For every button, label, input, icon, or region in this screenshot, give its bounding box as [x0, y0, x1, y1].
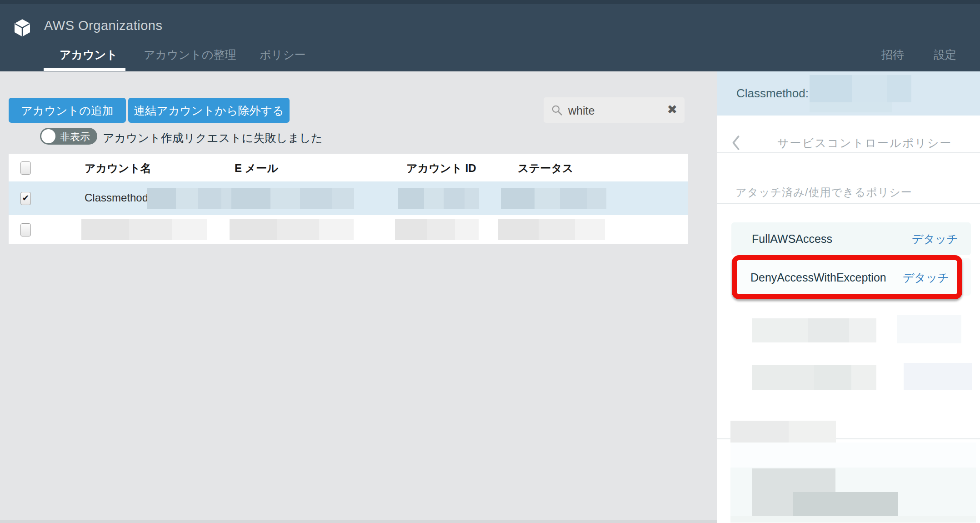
back-button[interactable] [731, 135, 743, 151]
redacted-block [501, 188, 606, 209]
clear-search-icon[interactable]: ✖ [667, 102, 677, 117]
redacted-block [395, 219, 479, 240]
search-icon [551, 104, 563, 116]
add-account-button[interactable]: アカウントの追加 [9, 98, 126, 123]
divider [717, 203, 980, 204]
panel-account-header: Classmethod: [717, 71, 980, 116]
tab-accounts[interactable]: アカウント [60, 47, 118, 62]
redacted-block [730, 421, 836, 443]
remove-linked-account-button[interactable]: 連結アカウントから除外する [128, 98, 290, 123]
row-checkbox-unchecked[interactable] [20, 223, 31, 236]
attached-policies-section-label: アタッチ済み/使用できるポリシー [735, 185, 912, 200]
table-row-selected[interactable]: ✔ Classmethod: [9, 181, 688, 215]
redacted-block [810, 102, 892, 112]
aws-organizations-logo-icon [15, 18, 30, 38]
redacted-block [398, 188, 479, 209]
panel-title: サービスコントロールポリシー [777, 136, 952, 151]
policy-row-fullawsaccess: FullAWSAccess デタッチ [731, 222, 971, 255]
row-checkbox-checked[interactable]: ✔ [20, 192, 31, 205]
failed-request-note: アカウント作成リクエストに失敗しました [103, 131, 323, 146]
redacted-block [730, 516, 976, 523]
column-header-status: ステータス [518, 161, 573, 176]
toggle-label: 非表示 [60, 130, 90, 144]
tab-settings[interactable]: 設定 [934, 47, 956, 62]
redacted-block [810, 75, 911, 102]
column-header-account-name: アカウント名 [85, 161, 151, 176]
chevron-left-icon [731, 144, 741, 152]
redacted-block [230, 219, 354, 240]
window-bottom-edge [0, 520, 717, 523]
policy-name: FullAWSAccess [752, 232, 832, 246]
redacted-block [81, 219, 207, 240]
account-name-cell: Classmethod: [85, 191, 151, 204]
tab-invitations[interactable]: 招待 [881, 47, 904, 62]
redacted-block [498, 219, 605, 240]
redacted-block [752, 318, 876, 342]
table-header-row: アカウント名 E メール アカウント ID ステータス [9, 154, 688, 182]
column-header-email: E メール [235, 161, 278, 176]
redacted-block [793, 492, 898, 516]
table-row[interactable] [9, 215, 688, 244]
select-all-checkbox[interactable] [20, 161, 31, 175]
policy-name: DenyAccessWithException [750, 271, 886, 284]
toggle-knob [41, 129, 55, 143]
tab-policies[interactable]: ポリシー [260, 47, 306, 62]
hide-failed-requests-toggle[interactable]: 非表示 [40, 128, 97, 145]
detach-link[interactable]: デタッチ [903, 270, 949, 285]
tab-organize-accounts[interactable]: アカウントの整理 [144, 47, 236, 62]
search-input[interactable] [567, 97, 655, 124]
account-search-box: ✖ [544, 97, 685, 123]
highlight-annotation-red-box: DenyAccessWithException デタッチ [732, 255, 962, 299]
panel-account-title: Classmethod: [736, 86, 809, 101]
checkmark-icon: ✔ [22, 193, 30, 203]
redacted-block [904, 363, 972, 390]
app-title: AWS Organizations [44, 18, 162, 33]
redacted-block [147, 188, 238, 209]
redacted-block [730, 443, 976, 468]
window-top-strip [0, 0, 980, 4]
redacted-block [231, 188, 354, 209]
divider [717, 152, 980, 153]
top-navigation-bar: AWS Organizations アカウント アカウントの整理 ポリシー 招待… [0, 0, 980, 71]
column-header-account-id: アカウント ID [406, 161, 476, 176]
active-tab-underline [44, 68, 125, 71]
redacted-block [897, 315, 961, 343]
redacted-block [752, 365, 876, 390]
aws-organizations-page: AWS Organizations アカウント アカウントの整理 ポリシー 招待… [0, 0, 980, 523]
detach-link[interactable]: デタッチ [912, 231, 958, 246]
account-detail-panel: Classmethod: サービスコントロールポリシー アタッチ済み/使用できる… [717, 71, 980, 523]
